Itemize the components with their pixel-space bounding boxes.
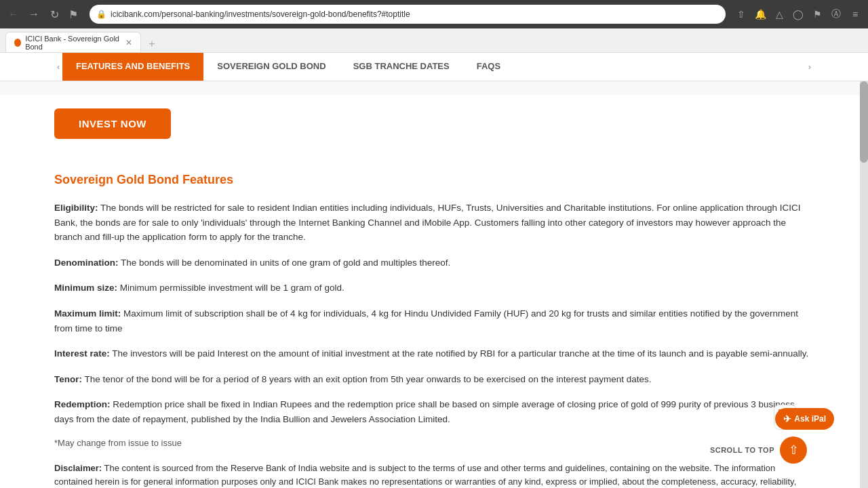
browser-chrome: ← → ↻ ⚑ 🔒 ⇧ 🔔 △ ◯ ⚑ Ⓐ ≡ [0, 0, 868, 28]
redemption-label: Redemption: [54, 399, 111, 409]
tenor-text: The tenor of the bond will be for a peri… [85, 374, 652, 384]
feature-redemption: Redemption: Redemption price shall be fi… [54, 397, 814, 426]
tab-bar: ICICI Bank - Sovereign Gold Bond ✕ + [0, 28, 868, 53]
eligibility-label: Eligibility: [54, 203, 98, 213]
scroll-to-top-button[interactable]: ⇧ [780, 436, 807, 464]
interest-rate-label: Interest rate: [54, 348, 110, 359]
tenor-label: Tenor: [54, 374, 82, 384]
tab-label: ICICI Bank - Sovereign Gold Bond [25, 35, 121, 51]
forward-button[interactable]: → [26, 6, 42, 22]
profile-icon[interactable]: Ⓐ [829, 7, 844, 22]
maximum-limit-label: Maximum limit: [54, 308, 121, 319]
minimum-size-text: Minimum permissible investment will be 1… [120, 283, 344, 293]
feature-maximum-limit: Maximum limit: Maximum limit of subscrip… [54, 306, 814, 336]
tab-features-benefits[interactable]: FEATURES AND BENEFITS [62, 53, 203, 81]
tab-sgb-tranche-dates[interactable]: SGB TRANCHE DATES [340, 53, 463, 81]
address-input[interactable] [111, 9, 719, 19]
feature-denomination: Denomination: The bonds will be denomina… [54, 256, 814, 270]
scroll-to-top-label: SCROLL TO TOP [710, 446, 774, 454]
reload-button[interactable]: ↻ [46, 6, 62, 22]
save-icon[interactable]: ⚑ [810, 7, 825, 22]
ask-ipal-label: Ask iPal [794, 414, 826, 424]
invest-section: INVEST NOW [0, 95, 868, 152]
page-content: INVEST NOW Sovereign Gold Bond Features … [0, 81, 868, 488]
interest-rate-text: The investors will be paid Interest on t… [112, 348, 808, 359]
nav-scroll-left-icon[interactable]: ‹ [54, 53, 62, 81]
scrollbar-thumb[interactable] [860, 81, 868, 163]
disclaimer-label: Disclaimer: [54, 463, 102, 473]
ask-ipal-button[interactable]: ✈ Ask iPal [775, 408, 834, 430]
eligibility-text: The bonds will be restricted for sale to… [54, 203, 801, 242]
bookmark-button[interactable]: ⚑ [65, 6, 81, 22]
feature-interest-rate: Interest rate: The investors will be pai… [54, 346, 814, 361]
maximum-limit-text: Maximum limit of subscription shall be o… [54, 308, 798, 333]
disclaimer-text: The content is sourced from the Reserve … [54, 463, 810, 488]
browser-tab[interactable]: ICICI Bank - Sovereign Gold Bond ✕ [5, 32, 141, 52]
new-tab-button[interactable]: + [144, 36, 160, 52]
menu-icon[interactable]: ≡ [848, 7, 863, 22]
address-bar-container: 🔒 [90, 5, 726, 24]
redemption-text: Redemption price shall be fixed in India… [54, 399, 795, 424]
feature-tenor: Tenor: The tenor of the bond will be for… [54, 372, 814, 387]
minimum-size-label: Minimum size: [54, 283, 117, 293]
feature-eligibility: Eligibility: The bonds will be restricte… [54, 201, 814, 245]
tab-faqs[interactable]: FAQS [463, 53, 514, 81]
tab-favicon-icon [14, 39, 21, 47]
denomination-text: The bonds will be denominated in units o… [121, 258, 450, 268]
share-icon[interactable]: ⇧ [734, 7, 749, 22]
chat-bubble-icon: ✈ [783, 413, 791, 424]
tab-close-icon[interactable]: ✕ [125, 38, 132, 47]
extensions-icon[interactable]: ◯ [791, 7, 806, 22]
lock-icon: 🔒 [96, 9, 106, 19]
browser-actions: ⇧ 🔔 △ ◯ ⚑ Ⓐ ≡ [734, 7, 863, 22]
disclaimer: Disclaimer: The content is sourced from … [54, 462, 814, 488]
footnote: *May change from issue to issue [54, 438, 814, 448]
site-nav-tabs: FEATURES AND BENEFITS SOVEREIGN GOLD BON… [62, 53, 806, 81]
invest-now-button[interactable]: INVEST NOW [54, 108, 171, 139]
tab-sovereign-gold-bond[interactable]: SOVEREIGN GOLD BOND [203, 53, 339, 81]
back-button[interactable]: ← [5, 6, 22, 22]
section-title: Sovereign Gold Bond Features [54, 173, 814, 187]
notification-icon[interactable]: 🔔 [753, 7, 768, 22]
denomination-label: Denomination: [54, 258, 119, 268]
shield-icon[interactable]: △ [772, 7, 787, 22]
nav-scroll-right-icon[interactable]: › [806, 53, 814, 81]
site-navigation: ‹ FEATURES AND BENEFITS SOVEREIGN GOLD B… [0, 53, 868, 81]
browser-controls: ← → ↻ [5, 6, 62, 22]
scrollbar[interactable] [860, 81, 868, 488]
feature-minimum-size: Minimum size: Minimum permissible invest… [54, 281, 814, 296]
